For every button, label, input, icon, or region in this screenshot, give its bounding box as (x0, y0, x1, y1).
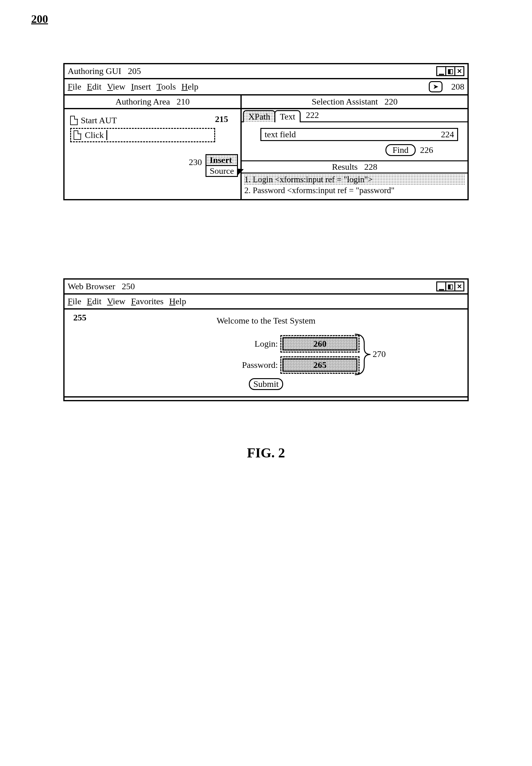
menu-favorites[interactable]: Favorites (131, 296, 163, 306)
password-label: Password: (242, 360, 278, 370)
submit-button[interactable]: Submit (249, 378, 283, 390)
menubar: File Edit View Insert Tools Help ➤ 208 (65, 79, 467, 95)
authoring-area-label: Authoring Area (115, 97, 170, 106)
selection-mode-button[interactable]: ➤ (429, 81, 443, 92)
menu-help[interactable]: Help (181, 82, 198, 92)
window-title: Authoring GUI (68, 66, 121, 76)
tabs-ref: 222 (306, 110, 319, 121)
step-start-aut-label: Start AUT (81, 115, 117, 125)
figure-number-top: 200 (31, 12, 501, 26)
authoring-area-pane: Authoring Area 210 215 Start AUT Click (65, 95, 242, 199)
menu-insert[interactable]: Insert (131, 82, 151, 92)
statusbar (65, 396, 467, 400)
window-title-ref: 205 (128, 66, 141, 76)
ctx-insert[interactable]: Insert (206, 155, 237, 166)
login-input-highlight: 260 (280, 335, 360, 352)
results-body: 1. Login <xforms:input ref = "login"> 2.… (242, 173, 467, 199)
menu-view[interactable]: View (107, 82, 125, 92)
maximize-icon[interactable]: ◧ (445, 281, 455, 291)
password-input-highlight: 265 (280, 356, 360, 374)
minimize-icon[interactable]: ▁ (436, 281, 446, 291)
body-ref: 255 (73, 313, 86, 322)
text-caret-icon (106, 130, 107, 140)
selection-assistant-pane: Selection Assistant 220 XPath Text 222 t… (242, 95, 467, 199)
welcome-heading: Welcome to the Test System (71, 316, 461, 326)
figure-caption: FIG. 2 (31, 445, 501, 461)
close-icon[interactable]: ✕ (454, 66, 464, 76)
results-label: Results (332, 162, 357, 172)
web-browser-window: Web Browser 250 ▁ ◧ ✕ File Edit View Fav… (63, 278, 469, 401)
titlebar: Web Browser 250 ▁ ◧ ✕ (65, 279, 467, 294)
step-start-aut[interactable]: Start AUT (70, 115, 235, 125)
page-icon (74, 130, 81, 140)
step-ref: 215 (215, 114, 228, 124)
titlebar: Authoring GUI 205 ▁ ◧ ✕ (65, 64, 467, 79)
login-input[interactable]: 260 (283, 337, 357, 350)
tab-xpath[interactable]: XPath (243, 110, 275, 122)
menu-file[interactable]: File (68, 296, 81, 306)
text-field-label: text field (264, 129, 296, 139)
text-field-ref: 224 (441, 129, 454, 139)
page-icon (70, 116, 78, 125)
menu-edit[interactable]: Edit (87, 82, 102, 92)
find-ref: 226 (420, 145, 433, 155)
window-title: Web Browser (68, 281, 115, 291)
group-ref: 270 (373, 349, 386, 359)
password-input[interactable]: 265 (283, 358, 357, 371)
selection-assistant-ref: 220 (384, 97, 398, 106)
result-item-2[interactable]: 2. Password <xforms:input ref = "passwor… (244, 185, 466, 196)
ctx-source[interactable]: Source (206, 166, 237, 176)
menu-file[interactable]: File (68, 82, 81, 92)
context-menu: Insert Source (206, 154, 238, 177)
window-title-ref: 250 (122, 281, 135, 291)
maximize-icon[interactable]: ◧ (445, 66, 455, 76)
menu-help[interactable]: Help (169, 296, 186, 306)
step-click-label: Click (85, 130, 104, 140)
find-button[interactable]: Find (385, 144, 416, 156)
step-click[interactable]: Click (70, 128, 215, 142)
login-label: Login: (254, 339, 278, 349)
brace-icon: 270 (353, 332, 391, 376)
tabs-row: XPath Text 222 (242, 109, 467, 122)
selection-assistant-label: Selection Assistant (312, 97, 378, 106)
minimize-icon[interactable]: ▁ (436, 66, 446, 76)
menubar: File Edit View Favorites Help (65, 294, 467, 309)
results-ref: 228 (364, 162, 377, 172)
cursor-icon: ➤ (433, 83, 438, 91)
browser-body: 255 Welcome to the Test System Login: 26… (65, 309, 467, 396)
result-item-1[interactable]: 1. Login <xforms:input ref = "login"> (244, 174, 466, 185)
window-controls: ▁ ◧ ✕ (437, 281, 464, 291)
authoring-area-ref: 210 (177, 97, 190, 106)
menu-edit[interactable]: Edit (87, 296, 102, 306)
search-text-field[interactable]: text field 224 (260, 128, 458, 141)
authoring-area-header: Authoring Area 210 (65, 95, 240, 109)
menu-view[interactable]: View (107, 296, 125, 306)
selection-assistant-header: Selection Assistant 220 (242, 95, 467, 109)
login-form: Login: 260 Password: 265 270 Submit (172, 335, 360, 390)
context-menu-ref: 230 (189, 157, 202, 167)
close-icon[interactable]: ✕ (454, 281, 464, 291)
menu-tools[interactable]: Tools (157, 82, 176, 92)
authoring-gui-window: Authoring GUI 205 ▁ ◧ ✕ File Edit View I… (63, 63, 469, 200)
window-controls: ▁ ◧ ✕ (437, 66, 464, 76)
cursor-ref: 208 (451, 82, 464, 92)
results-header: Results 228 (242, 161, 467, 173)
tab-text[interactable]: Text (274, 110, 300, 122)
